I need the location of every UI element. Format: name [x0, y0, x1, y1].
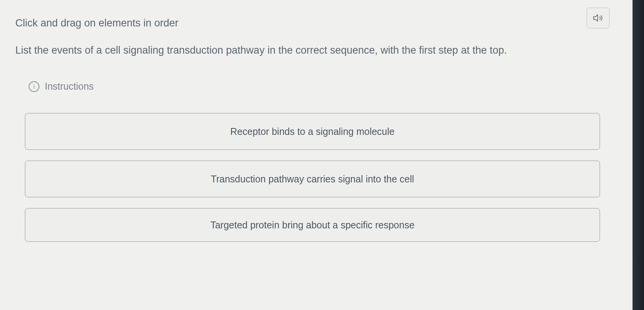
drag-item[interactable]: Transduction pathway carries signal into… — [25, 161, 600, 197]
speaker-icon — [593, 13, 603, 23]
drag-items-container: Receptor binds to a signaling molecule T… — [15, 113, 610, 242]
drag-item-text: Targeted protein bring about a specific … — [210, 220, 415, 231]
right-edge-border — [633, 0, 644, 310]
audio-button[interactable] — [587, 8, 610, 28]
instructions-link[interactable]: i Instructions — [29, 81, 610, 92]
drag-instruction-text: Click and drag on elements in order — [15, 15, 178, 31]
main-content: Click and drag on elements in order List… — [0, 0, 633, 242]
instructions-label: Instructions — [45, 81, 94, 92]
question-text: List the events of a cell signaling tran… — [15, 43, 582, 58]
drag-item-text: Receptor binds to a signaling molecule — [230, 126, 395, 137]
drag-item[interactable]: Receptor binds to a signaling molecule — [25, 113, 600, 150]
drag-item[interactable]: Targeted protein bring about a specific … — [25, 208, 600, 242]
header-row: Click and drag on elements in order — [15, 15, 610, 43]
info-icon: i — [29, 81, 39, 92]
header-texts: Click and drag on elements in order — [15, 15, 178, 43]
drag-item-text: Transduction pathway carries signal into… — [211, 174, 414, 185]
